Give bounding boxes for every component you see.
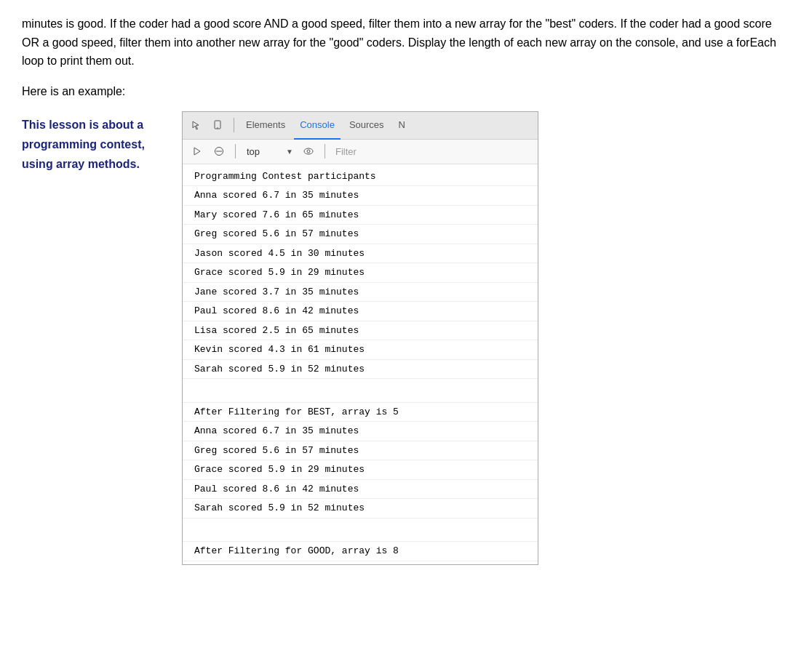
console-line: Greg scored 5.6 in 57 minutes [183, 441, 538, 461]
tab-elements[interactable]: Elements [240, 112, 291, 140]
console-line: After Filtering for GOOD, array is 8 [183, 542, 538, 561]
lesson-description: This lesson is about a programming conte… [22, 111, 160, 175]
console-line: Programming Contest participants [183, 167, 538, 187]
intro-paragraph: minutes is good. If the coder had a good… [22, 15, 786, 71]
tab-console[interactable]: Console [294, 112, 341, 140]
tab-divider-2 [235, 144, 236, 159]
tab-divider-3 [325, 144, 325, 159]
console-line [183, 518, 538, 542]
console-line: Grace scored 5.9 in 29 minutes [183, 460, 538, 480]
console-line: Paul scored 8.6 in 42 minutes [183, 480, 538, 500]
filter-label: Filter [335, 146, 357, 157]
console-line: Anna scored 6.7 in 35 minutes [183, 422, 538, 441]
play-button[interactable] [188, 143, 206, 160]
context-dropdown-arrow[interactable]: ▼ [284, 145, 295, 157]
tab-sources[interactable]: Sources [343, 112, 390, 140]
svg-rect-0 [215, 121, 220, 129]
tab-divider-1 [234, 118, 234, 132]
console-line: Lisa scored 2.5 in 65 minutes [183, 321, 538, 341]
lesson-line3: using array methods. [22, 158, 140, 170]
console-line: Sarah scored 5.9 in 52 minutes [183, 499, 538, 518]
svg-point-5 [304, 148, 313, 154]
svg-marker-2 [194, 148, 200, 155]
eye-button[interactable] [300, 143, 317, 160]
svg-point-6 [307, 150, 310, 153]
devtools-panel: Elements Console Sources N top [182, 111, 538, 565]
example-area: This lesson is about a programming conte… [22, 111, 790, 565]
device-icon-btn[interactable] [209, 116, 228, 135]
clear-button[interactable] [210, 143, 228, 160]
console-line: Kevin scored 4.3 in 61 minutes [183, 340, 538, 360]
console-line: Anna scored 6.7 in 35 minutes [183, 186, 538, 206]
example-label: Here is an example: [22, 85, 790, 98]
console-line: After Filtering for BEST, array is 5 [183, 403, 538, 422]
devtools-toolbar: top ▼ Filter [183, 140, 538, 164]
lesson-line2: programming contest, [22, 138, 145, 151]
console-line: Jane scored 3.7 in 35 minutes [183, 283, 538, 303]
console-line: Greg scored 5.6 in 57 minutes [183, 225, 538, 244]
tab-more[interactable]: N [393, 112, 411, 140]
console-line: Sarah scored 5.9 in 52 minutes [183, 360, 538, 380]
console-line: Jason scored 4.5 in 30 minutes [183, 244, 538, 264]
devtools-tabs-bar: Elements Console Sources N [183, 112, 538, 140]
lesson-line1: This lesson is about a [22, 119, 143, 131]
console-line: Paul scored 8.6 in 42 minutes [183, 302, 538, 321]
console-output: Programming Contest participantsAnna sco… [183, 164, 538, 564]
console-line [183, 379, 538, 403]
console-line: Grace scored 5.9 in 29 minutes [183, 263, 538, 283]
context-selector[interactable]: top [243, 144, 279, 159]
console-line: Mary scored 7.6 in 65 minutes [183, 206, 538, 225]
cursor-icon-btn[interactable] [187, 116, 206, 135]
